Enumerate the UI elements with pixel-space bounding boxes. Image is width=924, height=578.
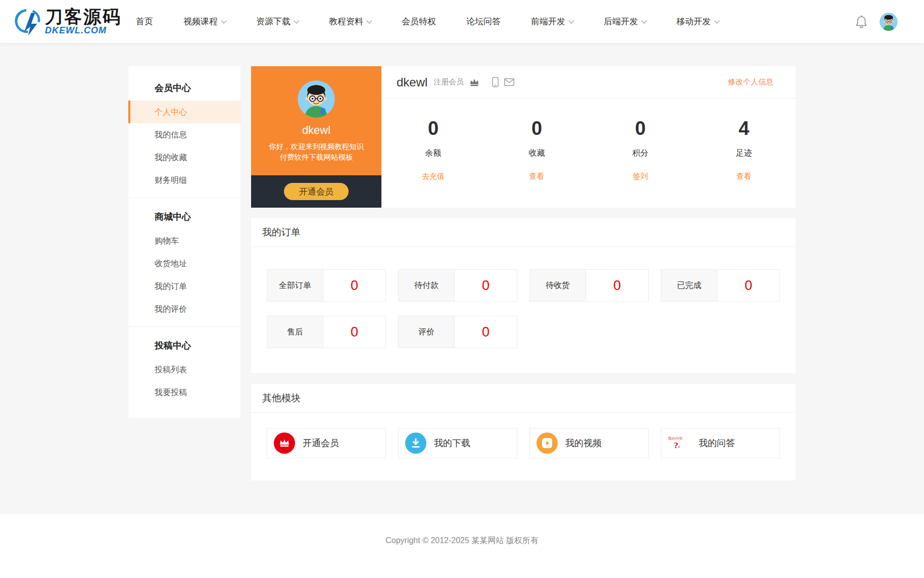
edit-profile-link[interactable]: 修改个人信息 [728,77,773,87]
sidebar-item-my-info[interactable]: 我的信息 [128,123,240,146]
order-cards: 全部订单 0 待付款 0 待收货 0 已完成 0 [251,247,796,348]
sidebar-item-shipping-address[interactable]: 收货地址 [128,252,240,275]
crown-icon [274,432,295,454]
sidebar-item-my-reviews[interactable]: 我的评价 [128,298,240,320]
profile-stats: 0 余额 去充值 0 收藏 查看 0 积分 签到 [381,99,796,208]
video-play-icon [537,432,558,454]
stat-favorites: 0 收藏 查看 [485,118,589,208]
broken-image-icon: 我的问答 ?▸ [668,436,691,451]
sidebar-item-submission-list[interactable]: 投稿列表 [128,358,240,381]
module-cards: 开通会员 我的下载 [251,413,796,458]
nav-item-mobile-dev[interactable]: 移动开发 [676,16,719,27]
nav-item-forum-qa[interactable]: 论坛问答 [466,16,501,27]
logo-title: 刀客源码 [45,8,122,25]
sidebar-divider [128,326,240,327]
main-nav: 首页 视频课程 资源下载 教程资料 会员特权 论坛问答 前端开发 后端开发 移动… [136,16,719,27]
chevron-down-icon [221,18,226,23]
nav-item-tutorials[interactable]: 教程资料 [329,16,371,27]
crown-icon [469,78,480,87]
stat-balance-value: 0 [381,118,485,139]
module-card-qa[interactable]: 我的问答 ?▸ 我的问答 [661,428,780,458]
sidebar-divider [128,198,240,198]
order-card-pending-receipt[interactable]: 待收货 0 [529,269,649,302]
profile-avatar [298,80,335,118]
profile-card-username: dkewl [302,124,330,137]
stat-points: 0 积分 签到 [589,118,692,208]
order-card-pending-payment[interactable]: 待付款 0 [398,269,517,302]
stat-points-label: 积分 [589,148,692,159]
view-favorites-link[interactable]: 查看 [529,172,545,181]
nav-item-resource-downloads[interactable]: 资源下载 [256,16,299,27]
nav-item-member-privileges[interactable]: 会员特权 [402,16,436,27]
page-background: 会员中心 个人中心 我的信息 我的收藏 财务明细 商城中心 购物车 收货地址 我… [0,43,924,514]
copyright-text: Copyright © 2012-2025 某某网站 版权所有 [0,536,924,546]
nav-item-video-courses[interactable]: 视频课程 [183,16,226,27]
orders-title: 我的订单 [251,218,796,247]
page-footer: Copyright © 2012-2025 某某网站 版权所有 [0,514,924,577]
module-card-videos[interactable]: 我的视频 [529,428,649,458]
stat-footprints-label: 足迹 [692,148,796,159]
envelope-icon[interactable] [504,78,514,86]
recharge-link[interactable]: 去充值 [422,172,445,181]
sidebar-section-mall-center: 商城中心 [128,204,240,229]
orders-panel: 我的订单 全部订单 0 待付款 0 待收货 0 已完成 [251,218,796,373]
sidebar: 会员中心 个人中心 我的信息 我的收藏 财务明细 商城中心 购物车 收货地址 我… [128,66,240,418]
sidebar-item-shopping-cart[interactable]: 购物车 [128,229,240,252]
username-text: dkewl [397,75,427,89]
notification-bell-icon[interactable] [855,15,867,28]
logo-domain: DKEWL.COM [45,25,122,35]
profile-summary: dkewl 注册会员 [381,66,796,208]
sidebar-item-my-favorites[interactable]: 我的收藏 [128,146,240,169]
module-card-vip[interactable]: 开通会员 [267,428,386,458]
stat-footprints-value: 4 [692,118,796,139]
profile-panel: dkewl 你好，欢迎来到视频教程知识 付费软件下载网站模板 开通会员 dkew… [251,66,796,208]
open-vip-button[interactable]: 开通会员 [284,183,349,200]
navbar-right [855,13,898,31]
stat-favorites-value: 0 [485,118,589,139]
logo-icon [12,6,43,37]
nav-item-frontend-dev[interactable]: 前端开发 [531,16,573,27]
sidebar-item-finance-details[interactable]: 财务明细 [128,169,240,191]
sidebar-section-submission-center: 投稿中心 [128,333,240,358]
chevron-down-icon [294,18,299,23]
member-badge: 注册会员 [433,77,464,87]
chevron-down-icon [568,18,574,23]
top-navbar: 刀客源码 DKEWL.COM 首页 视频课程 资源下载 教程资料 会员特权 论坛… [0,0,924,43]
download-icon [405,432,426,454]
profile-card-bottom: 开通会员 [251,175,381,208]
nav-item-home[interactable]: 首页 [136,16,153,27]
stat-favorites-label: 收藏 [485,148,589,159]
profile-card: dkewl 你好，欢迎来到视频教程知识 付费软件下载网站模板 开通会员 [251,66,381,208]
stat-points-value: 0 [589,118,692,139]
stat-balance-label: 余额 [381,148,485,159]
sidebar-item-my-orders[interactable]: 我的订单 [128,275,240,298]
nav-item-backend-dev[interactable]: 后端开发 [604,16,646,27]
user-avatar[interactable] [880,13,898,31]
order-card-review[interactable]: 评价 0 [398,316,517,348]
sign-in-link[interactable]: 签到 [633,172,648,181]
sidebar-item-submit-post[interactable]: 我要投稿 [128,381,240,404]
main-content: dkewl 你好，欢迎来到视频教程知识 付费软件下载网站模板 开通会员 dkew… [251,66,796,480]
stat-footprints: 4 足迹 查看 [692,118,796,208]
profile-card-top: dkewl 你好，欢迎来到视频教程知识 付费软件下载网站模板 [251,66,381,175]
sidebar-item-personal-center[interactable]: 个人中心 [128,101,240,123]
other-modules-panel: 其他模块 开通会员 [251,384,796,480]
chevron-down-icon [641,18,647,23]
phone-icon[interactable] [492,77,499,87]
stat-balance: 0 余额 去充值 [381,118,485,208]
site-logo[interactable]: 刀客源码 DKEWL.COM [12,6,122,37]
profile-greeting: 你好，欢迎来到视频教程知识 付费软件下载网站模板 [269,141,364,163]
chevron-down-icon [366,18,372,23]
order-card-completed[interactable]: 已完成 0 [661,269,780,302]
profile-header: dkewl 注册会员 [381,66,796,99]
order-card-after-sales[interactable]: 售后 0 [267,316,386,348]
chevron-down-icon [714,18,719,23]
module-card-downloads[interactable]: 我的下载 [398,428,517,458]
order-card-all[interactable]: 全部订单 0 [267,269,386,302]
other-modules-title: 其他模块 [251,384,796,413]
view-footprints-link[interactable]: 查看 [737,172,752,181]
sidebar-section-member-center: 会员中心 [128,75,240,101]
